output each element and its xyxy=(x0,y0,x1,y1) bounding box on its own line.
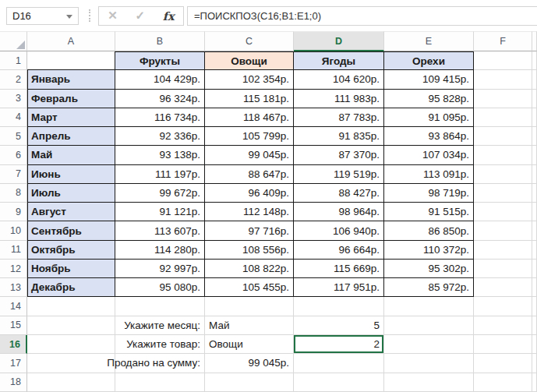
cell-E8[interactable]: 98 719р. xyxy=(384,184,474,203)
cell-A12[interactable]: Ноябрь xyxy=(27,260,115,278)
cell-G18[interactable] xyxy=(532,373,537,392)
cell-F6[interactable] xyxy=(474,146,532,164)
cell-E9[interactable]: 91 515р. xyxy=(384,203,474,221)
name-box[interactable]: D16 xyxy=(6,7,79,25)
cell-D14[interactable] xyxy=(294,297,384,316)
cell-G4[interactable] xyxy=(532,108,537,127)
cell-E12[interactable]: 95 302р. xyxy=(384,260,474,278)
cell-B18[interactable] xyxy=(115,373,205,392)
cell-F1[interactable] xyxy=(474,51,532,70)
column-header-G[interactable] xyxy=(532,31,537,51)
cell-G11[interactable] xyxy=(532,241,537,260)
enter-button[interactable]: ✓ xyxy=(136,9,146,23)
cell-A16[interactable] xyxy=(27,335,115,354)
cell-E15[interactable] xyxy=(384,316,474,335)
row-header-2[interactable]: 2 xyxy=(0,70,27,89)
cell-G15[interactable] xyxy=(532,316,537,335)
cell-B15[interactable]: Укажите месяц: xyxy=(115,316,205,335)
cell-C12[interactable]: 108 822р. xyxy=(205,260,294,278)
cell-E4[interactable]: 91 095р. xyxy=(384,108,474,127)
cell-F3[interactable] xyxy=(474,90,532,108)
cell-C10[interactable]: 97 716р. xyxy=(205,221,294,240)
cell-A9[interactable]: Август xyxy=(27,203,115,221)
row-header-16[interactable]: 16 xyxy=(0,335,27,354)
cell-C16[interactable]: Овощи xyxy=(205,335,294,354)
cell-B2[interactable]: 104 429р. xyxy=(115,70,205,89)
insert-function-button[interactable]: fx xyxy=(163,9,175,23)
cell-F9[interactable] xyxy=(474,203,532,221)
cell-G5[interactable] xyxy=(532,127,537,146)
cell-C7[interactable]: 88 647р. xyxy=(205,165,294,184)
cell-A3[interactable]: Февраль xyxy=(27,90,115,108)
cell-B1[interactable]: Фрукты xyxy=(115,51,205,70)
cell-B4[interactable]: 116 734р. xyxy=(115,108,205,127)
column-header-E[interactable]: E xyxy=(384,31,474,51)
cell-F15[interactable] xyxy=(474,316,532,335)
cell-B13[interactable]: 95 080р. xyxy=(115,278,205,297)
cell-G3[interactable] xyxy=(532,90,537,108)
cell-E18[interactable] xyxy=(384,373,474,392)
cell-B11[interactable]: 114 280р. xyxy=(115,241,205,260)
cell-F8[interactable] xyxy=(474,184,532,203)
cell-G14[interactable] xyxy=(532,297,537,316)
cell-F7[interactable] xyxy=(474,165,532,184)
cell-A7[interactable]: Июнь xyxy=(27,165,115,184)
cell-C18[interactable] xyxy=(205,373,294,392)
cell-D11[interactable]: 96 664р. xyxy=(294,241,384,260)
cell-G12[interactable] xyxy=(532,260,537,278)
cell-E7[interactable]: 113 091р. xyxy=(384,165,474,184)
cell-G10[interactable] xyxy=(532,221,537,240)
cell-C9[interactable]: 112 148р. xyxy=(205,203,294,221)
cell-F14[interactable] xyxy=(474,297,532,316)
cell-D5[interactable]: 91 835р. xyxy=(294,127,384,146)
cell-F18[interactable] xyxy=(474,373,532,392)
column-header-D[interactable]: D xyxy=(294,31,384,51)
cell-E1[interactable]: Орехи xyxy=(384,51,474,70)
row-header-14[interactable]: 14 xyxy=(0,297,27,316)
cell-D7[interactable]: 119 519р. xyxy=(294,165,384,184)
cell-E16[interactable] xyxy=(384,335,474,354)
cell-E17[interactable] xyxy=(384,354,474,373)
cell-E14[interactable] xyxy=(384,297,474,316)
cell-A1[interactable] xyxy=(27,51,115,70)
cell-A8[interactable]: Июль xyxy=(27,184,115,203)
cell-F13[interactable] xyxy=(474,278,532,297)
cell-A11[interactable]: Октябрь xyxy=(27,241,115,260)
cell-G8[interactable] xyxy=(532,184,537,203)
cell-B3[interactable]: 96 324р. xyxy=(115,90,205,108)
cell-C1[interactable]: Овощи xyxy=(205,51,294,70)
cell-E6[interactable]: 107 034р. xyxy=(384,146,474,164)
cell-A14[interactable] xyxy=(27,297,115,316)
cell-G2[interactable] xyxy=(532,70,537,89)
cell-F10[interactable] xyxy=(474,221,532,240)
cell-A10[interactable]: Сентябрь xyxy=(27,221,115,240)
cell-G16[interactable] xyxy=(532,335,537,354)
cell-E13[interactable]: 85 972р. xyxy=(384,278,474,297)
row-header-11[interactable]: 11 xyxy=(0,241,27,260)
column-header-F[interactable]: F xyxy=(474,31,532,51)
cell-C4[interactable]: 118 467р. xyxy=(205,108,294,127)
cell-C11[interactable]: 108 556р. xyxy=(205,241,294,260)
cell-B7[interactable]: 111 197р. xyxy=(115,165,205,184)
cell-A4[interactable]: Март xyxy=(27,108,115,127)
select-all-corner[interactable] xyxy=(0,31,27,51)
cell-D4[interactable]: 87 783р. xyxy=(294,108,384,127)
cell-D13[interactable]: 117 951р. xyxy=(294,278,384,297)
cell-A17[interactable] xyxy=(27,354,115,373)
cell-E10[interactable]: 86 850р. xyxy=(384,221,474,240)
name-box-dropdown-icon[interactable] xyxy=(66,15,72,19)
cell-E2[interactable]: 109 415р. xyxy=(384,70,474,89)
cell-B8[interactable]: 99 672р. xyxy=(115,184,205,203)
cell-F2[interactable] xyxy=(474,70,532,89)
cell-A18[interactable] xyxy=(27,373,115,392)
row-header-4[interactable]: 4 xyxy=(0,108,27,127)
cell-G9[interactable] xyxy=(532,203,537,221)
row-header-5[interactable]: 5 xyxy=(0,127,27,146)
cell-B16[interactable]: Укажите товар: xyxy=(115,335,205,354)
row-header-15[interactable]: 15 xyxy=(0,316,27,335)
cell-G6[interactable] xyxy=(532,146,537,164)
cell-D18[interactable] xyxy=(294,373,384,392)
row-header-17[interactable]: 17 xyxy=(0,354,27,373)
cell-G17[interactable] xyxy=(532,354,537,373)
cell-A6[interactable]: Май xyxy=(27,146,115,164)
